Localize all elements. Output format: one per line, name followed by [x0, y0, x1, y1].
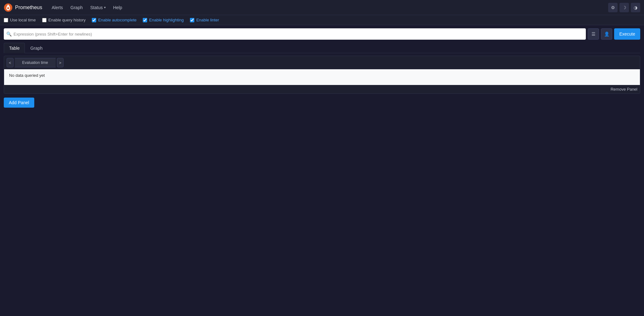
expression-input[interactable] [14, 32, 583, 37]
panel-toolbar: < Evaluation time > [4, 56, 640, 69]
search-input-wrapper: 🔍 [4, 28, 586, 40]
enable-autocomplete-checkbox[interactable] [92, 18, 96, 22]
nav-status-btn[interactable]: Status ▾ [87, 3, 109, 12]
tab-graph[interactable]: Graph [25, 43, 48, 53]
metrics-icon: 👤 [604, 31, 609, 37]
enable-highlighting-label[interactable]: Enable highlighting [143, 18, 184, 22]
enable-query-history-label[interactable]: Enable query history [42, 18, 86, 22]
theme-sun-btn[interactable]: ◑ [631, 3, 640, 12]
theme-moon-btn[interactable]: ☽ [619, 3, 629, 12]
no-data-text: No data queried yet [9, 73, 45, 78]
tab-table[interactable]: Table [4, 43, 25, 53]
sun-icon: ◑ [634, 5, 637, 10]
eval-time-next-btn[interactable]: > [57, 58, 64, 67]
format-icon: ☰ [591, 31, 596, 37]
settings-icon: ⚙ [611, 5, 615, 10]
navbar: Prometheus Alerts Graph Status ▾ Help ⚙ … [0, 0, 644, 15]
panel-footer: Remove Panel [4, 85, 640, 93]
nav-alerts[interactable]: Alerts [48, 3, 66, 12]
format-btn[interactable]: ☰ [588, 28, 599, 40]
execute-button[interactable]: Execute [614, 28, 640, 40]
moon-icon: ☽ [622, 5, 626, 10]
options-bar: Use local time Enable query history Enab… [0, 15, 644, 25]
nav-graph[interactable]: Graph [67, 3, 86, 12]
enable-query-history-checkbox[interactable] [42, 18, 47, 22]
eval-time-prev-btn[interactable]: < [7, 58, 14, 67]
svg-point-1 [7, 7, 9, 9]
enable-linter-checkbox[interactable] [190, 18, 194, 22]
query-panel: < Evaluation time > No data queried yet … [4, 56, 640, 94]
use-local-time-label[interactable]: Use local time [4, 18, 36, 22]
navbar-right: ⚙ ☽ ◑ [608, 3, 640, 12]
enable-autocomplete-label[interactable]: Enable autocomplete [92, 18, 136, 22]
use-local-time-checkbox[interactable] [4, 18, 8, 22]
add-panel-button[interactable]: Add Panel [4, 98, 34, 108]
nav-status-dropdown[interactable]: Status ▾ [87, 3, 109, 12]
main-content: 🔍 ☰ 👤 Execute Table Graph < Evaluation t… [0, 25, 644, 111]
enable-linter-label[interactable]: Enable linter [190, 18, 219, 22]
search-icon: 🔍 [6, 31, 12, 37]
no-data-area: No data queried yet [4, 69, 640, 85]
brand-title: Prometheus [15, 5, 42, 10]
prometheus-logo-icon [4, 3, 13, 12]
eval-time-label: Evaluation time [15, 58, 56, 67]
nav-help[interactable]: Help [110, 3, 125, 12]
brand-link[interactable]: Prometheus [4, 3, 42, 12]
chevron-down-icon: ▾ [104, 6, 106, 9]
tabs: Table Graph [4, 43, 640, 53]
metrics-explorer-btn[interactable]: 👤 [601, 28, 612, 40]
settings-icon-btn[interactable]: ⚙ [608, 3, 618, 12]
nav-links: Alerts Graph Status ▾ Help [48, 3, 608, 12]
remove-panel-link[interactable]: Remove Panel [611, 87, 637, 92]
enable-highlighting-checkbox[interactable] [143, 18, 147, 22]
search-bar: 🔍 ☰ 👤 Execute [4, 28, 640, 40]
